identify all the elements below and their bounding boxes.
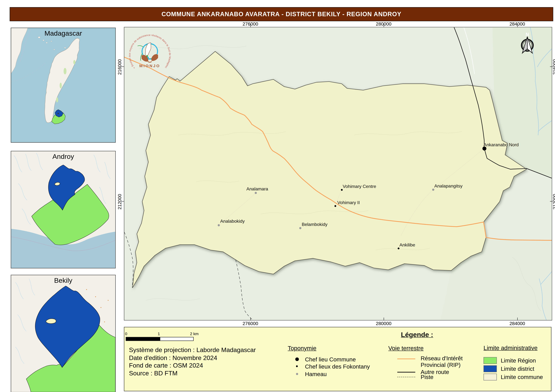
legend-rip-line-icon xyxy=(397,358,415,359)
scale-bar xyxy=(126,337,194,341)
legend-limite-region-swatch xyxy=(483,357,497,364)
village-label-ankilibe: Ankilibe xyxy=(400,242,415,247)
legend-piste-label: Piste xyxy=(421,374,433,380)
village-label-belambokidy: Belambokidy xyxy=(302,222,328,227)
village-dot-analabokidy xyxy=(218,224,220,226)
legend-hameau-icon xyxy=(296,373,298,375)
inset-map-bekily: Bekily xyxy=(11,275,116,392)
legend-piste-line-icon xyxy=(397,377,415,377)
main-map: Ankaranabo Nord Vohimary Centre Vohimary… xyxy=(124,27,552,320)
scalebar-0: 0 xyxy=(125,332,127,336)
north-label: N xyxy=(526,32,529,37)
legend-limite-region-label: Limite Région xyxy=(501,357,536,364)
toponymie-heading: Toponymie xyxy=(288,345,316,352)
axis-label-bottom-280000: 280000 xyxy=(366,321,402,326)
legend-limite-commune-label: Limite commune xyxy=(501,374,543,380)
map-layout-page: COMMUNE ANKARANABO AVARATRA - DISTRICT B… xyxy=(0,0,555,392)
map-title: COMMUNE ANKARANABO AVARATRA - DISTRICT B… xyxy=(161,11,401,18)
bekily-inset-graphic xyxy=(11,275,115,392)
legend-chef-lieu-commune-icon xyxy=(295,357,299,361)
limite-administrative-heading: Limite administrative xyxy=(483,344,538,351)
village-label-analamara: Analamara xyxy=(246,187,268,192)
axis-label-bottom-284000: 284000 xyxy=(499,321,535,326)
credit-projection: Système de projection : Laborde Madagasc… xyxy=(129,346,256,354)
inset-title-madagascar: Madagascar xyxy=(11,29,115,37)
axis-label-right-212000: 212000 xyxy=(552,184,555,220)
axis-label-bottom-276000: 276000 xyxy=(233,321,268,326)
village-dot-analapangitsy xyxy=(432,189,434,191)
village-label-analabokidy: Analabokidy xyxy=(220,219,245,224)
scalebar-1: 1 xyxy=(158,332,160,336)
credit-basemap: Fond de carte : OSM 2024 xyxy=(129,362,256,370)
axis-label-left-212000: 212000 xyxy=(117,184,122,220)
village-label-vohimary-centre: Vohimary Centre xyxy=(343,184,376,189)
legend-autre-route-line-icon xyxy=(397,372,415,372)
legend-limite-district-swatch xyxy=(483,365,497,372)
legend-chef-lieu-fokontany-label: Chef lieux des Fokontany xyxy=(305,363,370,370)
north-arrow-icon: N xyxy=(517,31,538,56)
village-label-vohimary-ii: Vohimary II xyxy=(337,200,360,205)
madagascar-inset-graphic xyxy=(11,28,115,142)
village-dot-belambokidy xyxy=(299,227,301,229)
legend-limite-commune-swatch xyxy=(483,374,497,380)
inset-map-androy: Androy xyxy=(11,151,116,268)
legend-chef-lieu-commune-label: Chef lieu Commune xyxy=(305,356,356,363)
main-map-graphic xyxy=(124,27,552,320)
androy-inset-graphic xyxy=(11,151,115,268)
legend-panel: 0 1 2 km Système de projection : Laborde… xyxy=(124,327,551,391)
axis-label-right-216000: 216000 xyxy=(552,49,555,85)
map-credits: Système de projection : Laborde Madagasc… xyxy=(129,346,256,377)
credit-date: Date d'edition : Novembre 2024 xyxy=(129,354,256,362)
legend-hameau-label: Hameau xyxy=(305,371,327,377)
scalebar-2km: 2 km xyxy=(190,332,198,336)
village-label-ankaranabo-nord: Ankaranabo Nord xyxy=(483,142,519,147)
map-title-bar: COMMUNE ANKARANABO AVARATRA - DISTRICT B… xyxy=(10,7,553,21)
legend-rip-label: Réseau d'Intérêt Provincial (RIP) xyxy=(421,355,471,368)
voie-terrestre-heading: Voie terrestre xyxy=(388,345,424,352)
legend-heading: Légende : xyxy=(381,331,453,339)
legend-chef-lieu-fokontany-icon xyxy=(296,365,298,367)
inset-map-madagascar: Madagascar xyxy=(11,28,116,143)
axis-label-left-216000: 216000 xyxy=(117,49,122,85)
village-dot-analamara xyxy=(255,192,257,194)
inset-title-bekily: Bekily xyxy=(11,277,115,284)
inset-title-androy: Androy xyxy=(11,153,115,161)
mionjo-logo: « Soutien aux moyens de subsistance rési… xyxy=(126,30,174,81)
village-label-analapangitsy: Analapangitsy xyxy=(434,184,462,189)
legend-limite-district-label: Limite district xyxy=(501,366,534,372)
logo-name-text: MIONJO xyxy=(139,64,160,68)
credit-source: Source : BD FTM xyxy=(129,370,256,377)
